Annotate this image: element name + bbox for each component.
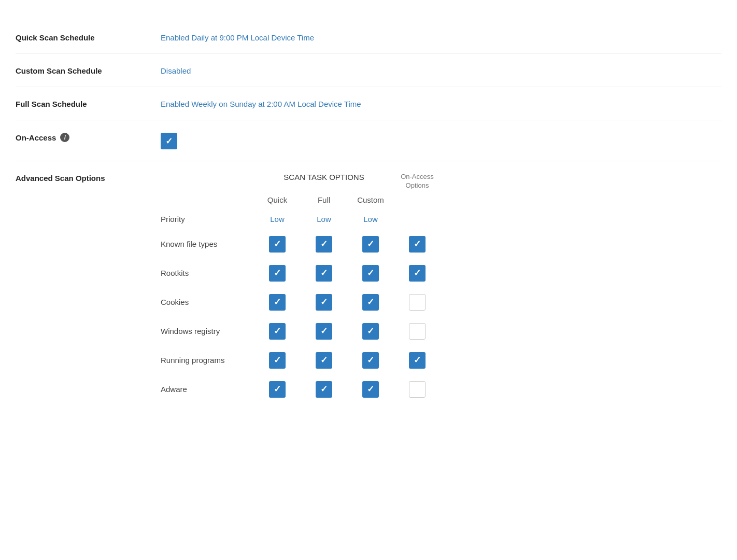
quick-1-cell: ✓ <box>254 265 301 282</box>
full-2-checkbox[interactable]: ✓ <box>316 294 332 311</box>
on-access-options-title: On-Access Options <box>394 173 441 190</box>
checkmark-icon: ✓ <box>274 327 281 335</box>
checkmark-icon: ✓ <box>274 298 281 306</box>
custom-4-cell: ✓ <box>347 352 394 369</box>
priority-full-cell: Low <box>301 215 347 223</box>
advanced-scan-label: Advanced Scan Options <box>16 173 161 183</box>
quick-4-cell: ✓ <box>254 352 301 369</box>
quick-scan-row: Quick Scan Schedule Enabled Daily at 9:0… <box>16 21 721 54</box>
section-titles-row: SCAN TASK OPTIONS On-Access Options <box>161 173 721 190</box>
full-3-checkbox[interactable]: ✓ <box>316 323 332 340</box>
options-row: Rootkits✓✓✓✓ <box>161 259 721 288</box>
checkmark-icon: ✓ <box>320 269 328 277</box>
checkmark-icon: ✓ <box>320 327 328 335</box>
checkmark-icon: ✓ <box>367 385 374 394</box>
custom-5-checkbox[interactable]: ✓ <box>362 381 379 398</box>
full-5-cell: ✓ <box>301 381 347 398</box>
custom-2-checkbox[interactable]: ✓ <box>362 294 379 311</box>
quick-1-checkbox[interactable]: ✓ <box>269 265 286 282</box>
oa-2-cell <box>394 294 441 311</box>
full-2-cell: ✓ <box>301 294 347 311</box>
options-row: Cookies✓✓✓ <box>161 288 721 317</box>
options-row: Adware✓✓✓ <box>161 375 721 404</box>
quick-3-checkbox[interactable]: ✓ <box>269 323 286 340</box>
checkmark-icon: ✓ <box>320 385 328 394</box>
advanced-scan-row: Advanced Scan Options SCAN TASK OPTIONS … <box>16 161 721 415</box>
col-header-custom: Custom <box>347 195 394 204</box>
checkmark-icon: ✓ <box>367 298 374 306</box>
oa-4-cell: ✓ <box>394 352 441 369</box>
oa-1-checkbox[interactable]: ✓ <box>409 265 426 282</box>
quick-0-cell: ✓ <box>254 236 301 253</box>
priority-row: Priority Low Low Low <box>161 208 721 230</box>
custom-5-cell: ✓ <box>347 381 394 398</box>
quick-2-cell: ✓ <box>254 294 301 311</box>
on-access-label: On-Access i <box>16 132 161 142</box>
quick-0-checkbox[interactable]: ✓ <box>269 236 286 253</box>
full-5-checkbox[interactable]: ✓ <box>316 381 332 398</box>
oa-0-checkbox[interactable]: ✓ <box>409 236 426 253</box>
option-row-label: Adware <box>161 385 254 394</box>
checkmark-icon: ✓ <box>367 240 374 248</box>
option-row-label: Rootkits <box>161 269 254 277</box>
custom-3-checkbox[interactable]: ✓ <box>362 323 379 340</box>
full-3-cell: ✓ <box>301 323 347 340</box>
quick-5-checkbox[interactable]: ✓ <box>269 381 286 398</box>
checkmark-icon: ✓ <box>274 385 281 394</box>
option-row-label: Known file types <box>161 240 254 248</box>
oa-1-cell: ✓ <box>394 265 441 282</box>
full-scan-value[interactable]: Enabled Weekly on Sunday at 2:00 AM Loca… <box>161 99 721 108</box>
checkmark-icon: ✓ <box>274 240 281 248</box>
custom-1-cell: ✓ <box>347 265 394 282</box>
oa-0-cell: ✓ <box>394 236 441 253</box>
col-header-full: Full <box>301 195 347 204</box>
checkmark-icon: ✓ <box>414 269 421 277</box>
custom-0-checkbox[interactable]: ✓ <box>362 236 379 253</box>
options-row: Known file types✓✓✓✓ <box>161 230 721 259</box>
oa-2-checkbox[interactable] <box>409 294 426 311</box>
option-row-label: Cookies <box>161 298 254 306</box>
quick-2-checkbox[interactable]: ✓ <box>269 294 286 311</box>
custom-2-cell: ✓ <box>347 294 394 311</box>
options-rows-container: Known file types✓✓✓✓Rootkits✓✓✓✓Cookies✓… <box>161 230 721 404</box>
full-1-cell: ✓ <box>301 265 347 282</box>
custom-scan-value[interactable]: Disabled <box>161 65 721 75</box>
quick-4-checkbox[interactable]: ✓ <box>269 352 286 369</box>
priority-full-value[interactable]: Low <box>317 215 331 223</box>
oa-3-checkbox[interactable] <box>409 323 426 340</box>
on-access-checkbox-container: ✓ <box>161 132 721 149</box>
on-access-checkbox[interactable]: ✓ <box>161 133 177 149</box>
full-0-checkbox[interactable]: ✓ <box>316 236 332 253</box>
options-row: Windows registry✓✓✓ <box>161 317 721 346</box>
quick-3-cell: ✓ <box>254 323 301 340</box>
oa-5-checkbox[interactable] <box>409 381 426 398</box>
quick-scan-label: Quick Scan Schedule <box>16 32 161 42</box>
custom-4-checkbox[interactable]: ✓ <box>362 352 379 369</box>
col-header-quick: Quick <box>254 195 301 204</box>
checkmark-icon: ✓ <box>414 356 421 365</box>
custom-scan-label: Custom Scan Schedule <box>16 65 161 75</box>
checkmark-icon: ✓ <box>274 356 281 365</box>
oa-4-checkbox[interactable]: ✓ <box>409 352 426 369</box>
priority-quick-value[interactable]: Low <box>270 215 285 223</box>
row-spacer <box>161 173 254 190</box>
quick-5-cell: ✓ <box>254 381 301 398</box>
quick-scan-value[interactable]: Enabled Daily at 9:00 PM Local Device Ti… <box>161 32 721 42</box>
priority-custom-value[interactable]: Low <box>363 215 378 223</box>
full-0-cell: ✓ <box>301 236 347 253</box>
checkmark-icon: ✓ <box>320 240 328 248</box>
custom-1-checkbox[interactable]: ✓ <box>362 265 379 282</box>
oa-3-cell <box>394 323 441 340</box>
info-icon[interactable]: i <box>60 133 69 142</box>
full-4-cell: ✓ <box>301 352 347 369</box>
custom-3-cell: ✓ <box>347 323 394 340</box>
oa-5-cell <box>394 381 441 398</box>
full-4-checkbox[interactable]: ✓ <box>316 352 332 369</box>
checkmark-icon: ✓ <box>367 269 374 277</box>
custom-scan-row: Custom Scan Schedule Disabled <box>16 54 721 87</box>
column-headers-row: Quick Full Custom <box>161 195 721 204</box>
full-1-checkbox[interactable]: ✓ <box>316 265 332 282</box>
priority-quick-cell: Low <box>254 215 301 223</box>
full-scan-label: Full Scan Schedule <box>16 99 161 108</box>
advanced-scan-content: SCAN TASK OPTIONS On-Access Options Quic… <box>161 173 721 404</box>
